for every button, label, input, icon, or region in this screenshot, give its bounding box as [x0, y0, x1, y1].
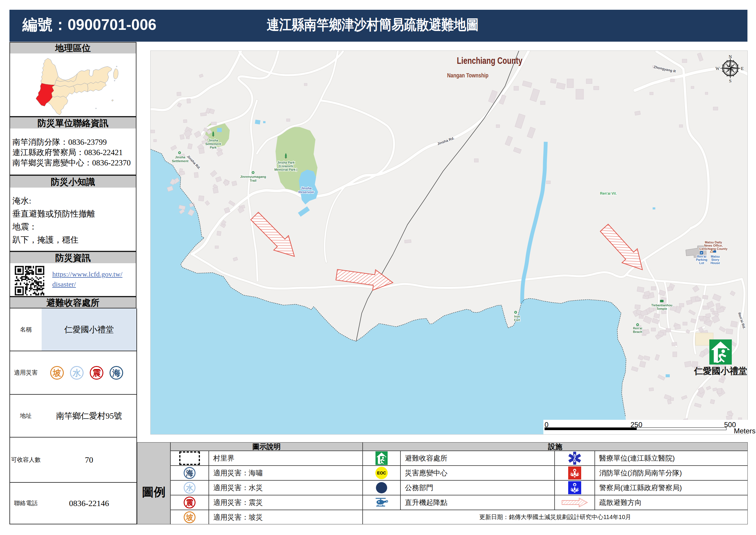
- svg-text:Memorial Park ): Memorial Park ): [274, 168, 297, 171]
- svg-text:Jinsha Park: Jinsha Park: [277, 161, 295, 164]
- svg-text:N: N: [729, 54, 732, 59]
- svg-text:Lot: Lot: [699, 261, 704, 265]
- svg-text:Tiebantianhou: Tiebantianhou: [651, 303, 672, 307]
- svg-text:Beach: Beach: [633, 330, 642, 333]
- svg-text:W: W: [716, 66, 720, 71]
- svg-text:Jinsha: Jinsha: [208, 139, 218, 142]
- svg-text:Lienchiang County: Lienchiang County: [700, 247, 728, 250]
- svg-text:Jinrenyumagang: Jinrenyumagang: [240, 175, 266, 179]
- svg-text:Settlement: Settlement: [172, 159, 189, 163]
- svg-text:S: S: [729, 79, 732, 83]
- svg-text:Lienchiang County: Lienchiang County: [457, 56, 523, 66]
- svg-text:Ren'ai: Ren'ai: [633, 326, 642, 330]
- svg-text:Fort: Fort: [514, 318, 520, 322]
- svg-text:House: House: [711, 261, 720, 265]
- svg-text:Ren'ai Vil.: Ren'ai Vil.: [600, 191, 617, 196]
- svg-text:Trail: Trail: [250, 179, 256, 182]
- svg-text:Temple: Temple: [657, 307, 667, 310]
- svg-text:Park: Park: [210, 146, 217, 149]
- svg-text:E: E: [741, 66, 743, 71]
- svg-text:仁愛國小禮堂: 仁愛國小禮堂: [694, 366, 747, 376]
- svg-text:(Lixiaoshi: (Lixiaoshi: [279, 164, 293, 168]
- svg-text:Jinsha: Jinsha: [175, 155, 186, 159]
- svg-text:Reservoir: Reservoir: [298, 190, 314, 194]
- svg-text:Iron: Iron: [514, 315, 520, 318]
- svg-text:P: P: [701, 252, 703, 254]
- svg-text:Nangan Township: Nangan Township: [447, 72, 488, 79]
- svg-text:Jinsha: Jinsha: [301, 186, 312, 190]
- svg-text:Settlement: Settlement: [205, 142, 221, 146]
